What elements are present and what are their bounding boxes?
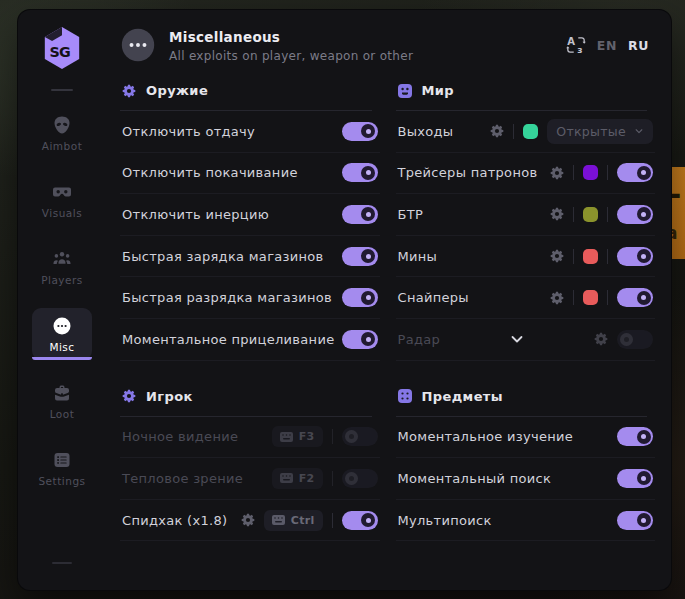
toggle-knob: [637, 166, 651, 180]
language-option-ru[interactable]: RU: [628, 38, 649, 53]
sidebar-item-misc[interactable]: Misc: [32, 308, 92, 360]
svg-text:з: з: [577, 45, 582, 55]
color-swatch[interactable]: [523, 124, 538, 139]
gear-icon[interactable]: [550, 166, 564, 180]
row-controls: [342, 247, 378, 266]
sidebar-item-settings[interactable]: Settings: [32, 442, 92, 494]
toggle-switch[interactable]: [617, 511, 653, 530]
vr-goggles-icon: [52, 182, 72, 202]
sidebar-item-label: Players: [41, 274, 83, 286]
setting-row: Быстрая разрядка магазинов: [120, 277, 380, 319]
gear-icon[interactable]: [550, 291, 564, 305]
chevron-down-icon[interactable]: [440, 331, 594, 347]
toggle-switch[interactable]: [342, 163, 378, 182]
toggle-switch[interactable]: [342, 288, 378, 307]
toggle-knob: [361, 124, 375, 138]
players-group-icon: [52, 249, 72, 269]
topbar: Miscellaneous All exploits on player, we…: [106, 10, 671, 63]
gear-icon[interactable]: [550, 207, 564, 221]
vertical-divider: [573, 207, 574, 222]
section-header: Игрок: [120, 375, 380, 404]
sidebar-divider: [51, 89, 73, 91]
toggle-switch[interactable]: [617, 288, 653, 307]
setting-label: Отключить инерцию: [122, 207, 269, 222]
vertical-divider: [607, 207, 608, 222]
section-rows: Моментальное изучениеМоментальный поискМ…: [396, 417, 656, 542]
toggle-switch[interactable]: [617, 163, 653, 182]
row-controls: F3: [272, 426, 378, 447]
toggle-knob: [361, 513, 375, 527]
setting-row: Ночное видениеF3: [120, 417, 380, 459]
row-controls: [594, 330, 653, 349]
toggle-switch[interactable]: [617, 427, 653, 446]
gear-icon[interactable]: [490, 124, 504, 138]
setting-row: Быстрая зарядка магазинов: [120, 236, 380, 278]
toggle-switch[interactable]: [342, 122, 378, 141]
color-swatch[interactable]: [583, 165, 598, 180]
toggle-knob: [637, 513, 651, 527]
toggle-switch[interactable]: [342, 511, 378, 530]
setting-row: Моментальное изучение: [396, 417, 656, 459]
setting-label: Выходы: [398, 124, 454, 139]
sidebar-item-aimbot[interactable]: Aimbot: [32, 107, 92, 159]
hotkey-badge[interactable]: Ctrl: [264, 510, 323, 531]
toggle-switch[interactable]: [617, 205, 653, 224]
toggle-switch[interactable]: [342, 330, 378, 349]
color-swatch[interactable]: [583, 290, 598, 305]
setting-row: ВыходыОткрытые: [396, 111, 656, 153]
toggle-knob: [637, 249, 651, 263]
hotkey-badge[interactable]: F3: [272, 426, 323, 447]
settings-panel-icon: [52, 450, 72, 470]
toggle-switch[interactable]: [342, 247, 378, 266]
setting-label: Моментальное прицеливание: [122, 332, 334, 347]
row-controls: [550, 163, 653, 182]
section-header: Оружие: [120, 69, 380, 98]
color-swatch[interactable]: [583, 249, 598, 264]
row-controls: [617, 427, 653, 446]
setting-row: Моментальное прицеливание: [120, 319, 380, 361]
vertical-divider: [513, 124, 514, 139]
chevron-down-icon: [634, 126, 644, 136]
hotkey-badge[interactable]: F2: [272, 468, 323, 489]
sidebar-item-loot[interactable]: Loot: [32, 375, 92, 427]
section-title: Игрок: [146, 389, 193, 404]
color-swatch[interactable]: [583, 207, 598, 222]
toggle-switch[interactable]: [342, 205, 378, 224]
toggle-switch[interactable]: [342, 427, 378, 446]
section-title: Предметы: [422, 389, 503, 404]
toggle-switch[interactable]: [617, 330, 653, 349]
keyboard-icon: [272, 515, 285, 525]
sidebar-item-visuals[interactable]: Visuals: [32, 174, 92, 226]
vertical-divider: [573, 249, 574, 264]
toggle-knob: [361, 291, 375, 305]
gear-icon[interactable]: [550, 249, 564, 263]
page-title: Miscellaneous: [169, 29, 413, 45]
toggle-switch[interactable]: [342, 469, 378, 488]
sidebar-item-players[interactable]: Players: [32, 241, 92, 293]
vertical-divider: [607, 165, 608, 180]
gear-icon[interactable]: [241, 513, 255, 527]
toggle-switch[interactable]: [617, 469, 653, 488]
page-subtitle: All exploits on player, weapon or other: [169, 49, 413, 63]
section-header: Мир: [396, 69, 656, 98]
svg-text:A: A: [567, 36, 575, 47]
gear-icon[interactable]: [594, 332, 608, 346]
language-switcher: Aз EN RU: [566, 35, 649, 55]
dropdown-select[interactable]: Открытые: [547, 119, 653, 144]
row-controls: [342, 163, 378, 182]
row-controls: [342, 330, 378, 349]
language-option-en[interactable]: EN: [597, 38, 617, 53]
setting-label: Радар: [398, 332, 441, 347]
setting-label: Мины: [398, 249, 438, 264]
setting-row: Снайперы: [396, 277, 656, 319]
section-header: Предметы: [396, 375, 656, 404]
toggle-switch[interactable]: [617, 247, 653, 266]
vertical-divider: [573, 165, 574, 180]
sidebar: SG AimbotVisualsPlayersMiscLootSettings: [18, 10, 106, 590]
translate-icon: Aз: [566, 35, 586, 55]
toggle-knob: [361, 166, 375, 180]
section-title: Оружие: [146, 83, 208, 98]
keyboard-icon: [280, 432, 293, 442]
hotkey-label: F2: [299, 472, 315, 485]
toggle-knob: [620, 333, 633, 346]
